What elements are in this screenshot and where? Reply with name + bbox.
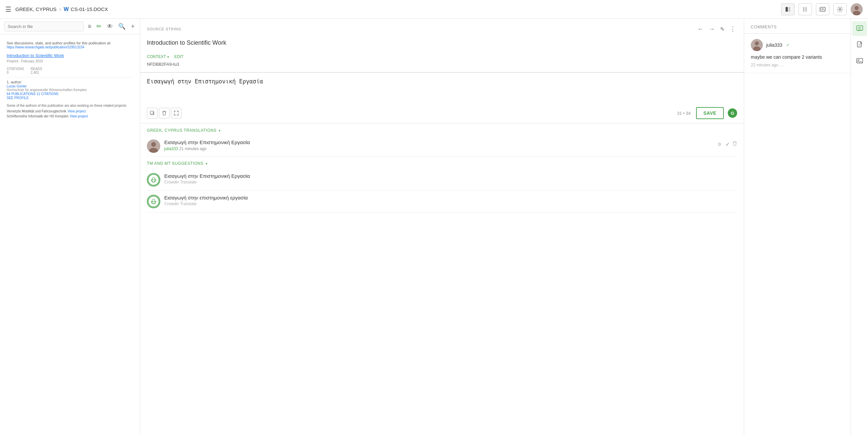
vote-count: 0: [716, 142, 723, 147]
translation-avatar: [147, 139, 160, 153]
source-more-button[interactable]: ⋮: [728, 24, 737, 34]
edit-highlight-icon[interactable]: ✏: [95, 21, 103, 31]
add-icon[interactable]: +: [129, 22, 136, 31]
project-item-2: Schriftenreihe Informatik der HS Kempten…: [7, 114, 133, 118]
svg-point-13: [855, 6, 859, 10]
list-icon[interactable]: ≡: [87, 22, 93, 31]
copy-source-button[interactable]: [147, 108, 158, 119]
icon-tabs: [850, 19, 868, 435]
left-panel: ≡ ✏ 👁 🔍 + See discussions, stats, and au…: [0, 19, 140, 435]
grammarly-icon[interactable]: G: [728, 108, 737, 118]
menu-icon[interactable]: ☰: [5, 5, 11, 13]
tm-dropdown-arrow[interactable]: ▾: [206, 162, 207, 165]
translations-dropdown-arrow[interactable]: ▾: [219, 129, 220, 132]
file-intro-text: See discussions, stats, and author profi…: [7, 41, 133, 45]
left-toolbar: ≡ ✏ 👁 🔍 +: [0, 19, 140, 34]
see-profile-link[interactable]: SEE PROFILE: [7, 96, 29, 100]
file-meta: Preprint · February 2019: [7, 59, 133, 63]
svg-rect-16: [150, 111, 153, 114]
search-input[interactable]: [4, 22, 84, 31]
translation-item-meta: julia333 21 minutes ago: [164, 146, 712, 151]
header: ☰ GREEK, CYPRUS › W CS-01-15.DOCX: [0, 0, 868, 19]
clear-translation-button[interactable]: [159, 108, 169, 119]
svg-rect-9: [822, 9, 823, 10]
tm-item-2-text: Εισαγωγή στην επιστημονική εργασία: [164, 195, 737, 200]
tm-item-2: Εισαγωγή στην επιστημονική εργασία Crowd…: [147, 191, 737, 212]
source-area: SOURCE STRING ← → ✎ ⋮ Introduction to Sc…: [140, 19, 744, 73]
file-author-section: 1. author: Lucas Günter Hochschule für a…: [7, 80, 133, 100]
tm-item-1: Εισαγωγή στην Επιστημονική Εργασία Crowd…: [147, 169, 737, 191]
context-label[interactable]: CONTEXT ▾: [147, 55, 169, 59]
related-projects-label: Some of the authors of this publication …: [7, 104, 133, 107]
eye-icon[interactable]: 👁: [105, 22, 114, 31]
translation-toolbar: 31 • 34 SAVE G: [147, 107, 737, 119]
file-link[interactable]: https://www.researchgate.net/publication…: [7, 45, 84, 49]
svg-rect-3: [805, 7, 807, 12]
svg-point-18: [151, 142, 156, 147]
tm-item-1-content: Εισαγωγή στην Επιστημονική Εργασία Crowd…: [164, 173, 737, 185]
svg-point-27: [755, 41, 759, 45]
project1-link[interactable]: View project: [67, 109, 86, 113]
file-preview-content: See discussions, stats, and author profi…: [7, 41, 133, 118]
expand-editor-button[interactable]: [171, 108, 182, 119]
citations-stat: CITATIONS 0: [7, 67, 24, 74]
project1-name: Vernetzte Mobilität und Fahrzeugtechnik: [7, 109, 66, 113]
context-label-text: CONTEXT: [147, 55, 166, 59]
translation-item-content: Εισαγωγή στην Επιστημονική Εργασία julia…: [164, 139, 712, 151]
breadcrumb: GREEK, CYPRUS › W CS-01-15.DOCX: [16, 6, 108, 12]
comment-more-button[interactable]: …: [779, 63, 783, 67]
tm-item-1-source: Crowdin Translate: [164, 180, 737, 185]
svg-rect-2: [803, 7, 805, 12]
image-tab[interactable]: [852, 54, 867, 68]
citations-label: CITATIONS: [7, 67, 24, 71]
save-button[interactable]: SAVE: [696, 107, 724, 119]
source-nav-back-button[interactable]: ←: [696, 24, 705, 34]
source-nav-forward-button[interactable]: →: [707, 24, 716, 34]
edit-label[interactable]: EDIT: [174, 55, 183, 59]
translation-time: 21 minutes ago: [179, 146, 207, 151]
project2-link[interactable]: View project: [70, 114, 88, 118]
translation-textarea[interactable]: Εισαγωγή στην Επιστημονική Εργασία: [147, 77, 737, 103]
source-header: SOURCE STRING ← → ✎ ⋮: [140, 19, 744, 37]
doc-tab[interactable]: [852, 37, 867, 52]
reads-label: READS: [31, 67, 42, 71]
tm-section-header: TM AND MT SUGGESTIONS ▾: [147, 157, 737, 169]
svg-rect-0: [785, 7, 788, 12]
file-title[interactable]: Introduction to Scientific Work: [7, 53, 133, 58]
project-item-1: Vernetzte Mobilität und Fahrzeugtechnik …: [7, 109, 133, 113]
comments-header: COMMENTS: [744, 19, 850, 34]
layout-split-left-button[interactable]: [781, 3, 795, 15]
translation-item-actions: 0 ✓: [716, 139, 737, 147]
comment-avatar: [751, 39, 763, 51]
author-institution: Hochschule für angewandte Wissenschaften…: [7, 88, 133, 92]
svg-rect-10: [824, 10, 825, 10]
author-link[interactable]: Lucas Günter: [7, 85, 27, 88]
header-actions: [781, 3, 863, 15]
context-value: NFDBB2FA9-tu3: [147, 62, 737, 67]
translation-author[interactable]: julia333: [164, 146, 178, 151]
svg-rect-29: [857, 26, 863, 30]
svg-rect-6: [822, 8, 823, 9]
user-avatar[interactable]: [850, 3, 863, 15]
project2-name: Schriftenreihe Informatik der HS Kempten: [7, 114, 68, 118]
file-type-icon: W: [64, 6, 69, 12]
comments-tab[interactable]: [852, 21, 867, 36]
translation-item: Εισαγωγή στην Επιστημονική Εργασία julia…: [147, 136, 737, 157]
delete-translation-icon[interactable]: [733, 141, 737, 147]
publications-link[interactable]: 64 PUBLICATIONS 11 CITATIONS: [7, 92, 58, 96]
approve-icon[interactable]: ✓: [725, 141, 730, 147]
comment-text: maybe we can compare 2 variants: [751, 54, 844, 61]
magnify-icon[interactable]: 🔍: [117, 21, 127, 31]
context-dropdown-arrow: ▾: [167, 55, 169, 59]
settings-icon-button[interactable]: [833, 3, 847, 15]
main-layout: ≡ ✏ 👁 🔍 + See discussions, stats, and au…: [0, 19, 868, 435]
comments-panel: COMMENTS julia333 ✓ maybe we can compare…: [744, 19, 850, 435]
layout-split-center-button[interactable]: [799, 3, 812, 15]
svg-rect-5: [820, 8, 821, 9]
char-separator: •: [683, 111, 685, 116]
citations-value: 0: [7, 71, 24, 74]
breadcrumb-arrow: ›: [59, 6, 61, 12]
source-string-label: SOURCE STRING: [147, 27, 693, 31]
source-edit-button[interactable]: ✎: [719, 25, 726, 34]
keyboard-icon-button[interactable]: [816, 3, 829, 15]
